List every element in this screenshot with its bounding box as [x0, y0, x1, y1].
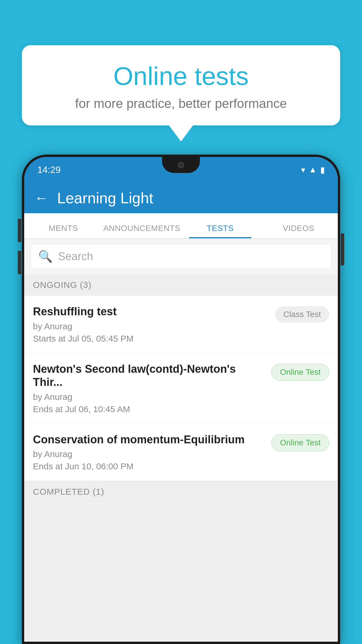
- completed-section-header: COMPLETED (1): [24, 481, 338, 503]
- test-name-conservation: Conservation of momentum-Equilibrium: [33, 433, 266, 447]
- test-time-reshuffling: Starts at Jul 05, 05:45 PM: [33, 334, 269, 344]
- notch: [162, 157, 200, 173]
- phone-screen: 14:29 ▾ ▲ ▮ ← Learning Light MENTS ANNOU…: [24, 157, 338, 642]
- battery-icon: ▮: [320, 165, 325, 175]
- test-author-reshuffling: by Anurag: [33, 321, 269, 331]
- test-badge-reshuffling: Class Test: [275, 306, 329, 323]
- bubble-subtitle: for more practice, better performance: [39, 96, 323, 111]
- test-name-reshuffling: Reshuffling test: [33, 305, 269, 318]
- search-input[interactable]: Search: [58, 250, 93, 263]
- search-container: 🔍 Search: [24, 239, 338, 274]
- tab-tests[interactable]: TESTS: [181, 224, 259, 238]
- test-author-newtons: by Anurag: [33, 392, 266, 402]
- status-time: 14:29: [37, 164, 61, 175]
- tabs-bar: MENTS ANNOUNCEMENTS TESTS VIDEOS: [24, 213, 338, 239]
- test-info-reshuffling: Reshuffling test by Anurag Starts at Jul…: [33, 305, 269, 344]
- test-time-newtons: Ends at Jul 06, 10:45 AM: [33, 404, 266, 414]
- test-info-conservation: Conservation of momentum-Equilibrium by …: [33, 433, 266, 472]
- camera: [178, 162, 184, 168]
- test-author-conservation: by Anurag: [33, 449, 266, 459]
- phone-frame: 14:29 ▾ ▲ ▮ ← Learning Light MENTS ANNOU…: [22, 155, 340, 644]
- back-button[interactable]: ←: [34, 190, 48, 206]
- test-time-conservation: Ends at Jun 10, 06:00 PM: [33, 461, 266, 471]
- search-bar[interactable]: 🔍 Search: [31, 244, 331, 269]
- status-icons: ▾ ▲ ▮: [301, 165, 325, 175]
- app-header: ← Learning Light: [24, 183, 338, 213]
- speech-bubble: Online tests for more practice, better p…: [22, 45, 340, 125]
- bubble-title: Online tests: [39, 61, 323, 91]
- test-item-reshuffling[interactable]: Reshuffling test by Anurag Starts at Jul…: [24, 296, 338, 353]
- ongoing-section-header: ONGOING (3): [24, 274, 338, 296]
- test-item-conservation[interactable]: Conservation of momentum-Equilibrium by …: [24, 424, 338, 481]
- wifi-icon: ▾: [301, 165, 305, 175]
- test-list: Reshuffling test by Anurag Starts at Jul…: [24, 296, 338, 481]
- volume-up-button: [18, 219, 21, 242]
- test-item-newtons[interactable]: Newton's Second law(contd)-Newton's Thir…: [24, 353, 338, 424]
- test-badge-newtons: Online Test: [271, 364, 329, 381]
- search-icon: 🔍: [38, 250, 53, 263]
- test-name-newtons: Newton's Second law(contd)-Newton's Thir…: [33, 363, 266, 389]
- signal-icon: ▲: [309, 165, 317, 174]
- tab-announcements[interactable]: ANNOUNCEMENTS: [103, 224, 181, 238]
- tab-ments[interactable]: MENTS: [24, 224, 103, 238]
- app-title: Learning Light: [57, 189, 153, 207]
- test-info-newtons: Newton's Second law(contd)-Newton's Thir…: [33, 363, 266, 414]
- status-bar: 14:29 ▾ ▲ ▮: [24, 157, 338, 183]
- power-button: [341, 233, 344, 265]
- test-badge-conservation: Online Test: [271, 434, 329, 451]
- tab-videos[interactable]: VIDEOS: [259, 224, 338, 238]
- volume-down-button: [18, 251, 21, 274]
